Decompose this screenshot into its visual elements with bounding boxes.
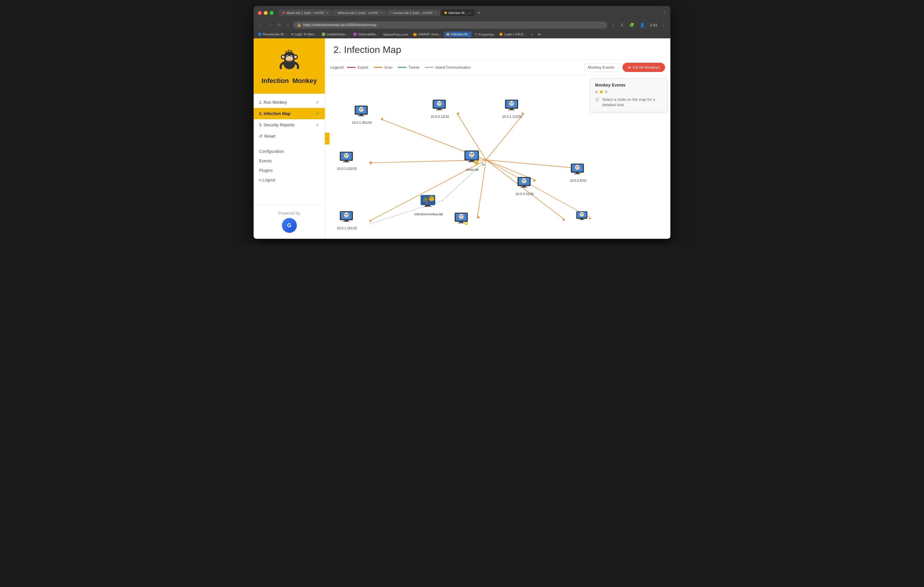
- sidebar-item-logout[interactable]: ⎋ Logout: [254, 175, 325, 185]
- tab-close[interactable]: ✕: [380, 11, 383, 15]
- node-6[interactable]: 10.0.3.9/32: [569, 163, 587, 182]
- dot-2: [600, 90, 603, 94]
- sidebar-item-plugins[interactable]: Plugins: [254, 166, 325, 175]
- extensions-button[interactable]: 🧩: [628, 22, 636, 28]
- node-infectionmonkey-label: infectionmonkey.lab: [414, 212, 443, 216]
- more-bookmarks[interactable]: ≫: [536, 31, 543, 37]
- new-tab-button[interactable]: +: [475, 9, 483, 16]
- bookmarks-bar: 🔵 Roundcube W... ✕ Login To Man... 🟢 csa…: [254, 30, 670, 38]
- bookmark-button[interactable]: ☆: [610, 22, 617, 28]
- cart-icon: 🛒: [595, 97, 600, 102]
- sidebar-item-configuration[interactable]: Configuration: [254, 146, 325, 156]
- wackopicko-bookmark[interactable]: WackoPicko.com: [381, 32, 410, 37]
- profile-button[interactable]: 👤: [638, 22, 646, 28]
- minimize-button[interactable]: [264, 11, 267, 15]
- island-label: Island Communication: [436, 66, 471, 69]
- node-3[interactable]: 10.0.1.112/32: [502, 99, 522, 118]
- node-dvwa[interactable]: ⚙ dvwa.lab: [462, 150, 483, 171]
- svg-point-10: [282, 56, 284, 58]
- exploit-label: Exploit: [358, 66, 368, 69]
- maximize-button[interactable]: [270, 11, 274, 15]
- powered-by-text: Powered by: [259, 211, 319, 215]
- sidebar-item-security-reports[interactable]: 3. Security Reports ✓: [254, 119, 325, 130]
- tab-defense[interactable]: defense.lab:1 (kali) - noVNC ✕: [333, 10, 386, 16]
- menu-button[interactable]: ⋮: [660, 22, 667, 28]
- node-infectionmonkey[interactable]: 🌴 infectionmonkey.lab: [414, 194, 443, 216]
- sidebar-logo: Infection Monkey: [254, 38, 325, 94]
- svg-point-14: [290, 59, 290, 59]
- svg-point-79: [510, 102, 511, 103]
- node-7-label: 10.0.1.101/32: [337, 226, 357, 230]
- traffic-lights: [258, 11, 274, 15]
- svg-point-119: [460, 215, 461, 216]
- svg-point-72: [440, 102, 441, 103]
- caldera-bookmark[interactable]: 🔶 Login | CALD...: [497, 31, 528, 37]
- reset-icon: ↺: [259, 134, 262, 138]
- sidebar: ‹: [254, 38, 325, 239]
- kill-icon: ⊗: [628, 65, 631, 69]
- svg-point-71: [437, 102, 439, 103]
- nav-label-run: 1. Run Monkey: [259, 100, 287, 105]
- download-button[interactable]: ⬇: [619, 22, 625, 28]
- svg-rect-57: [426, 205, 430, 206]
- node-1[interactable]: 10.0.1.261/32: [352, 105, 372, 124]
- close-button[interactable]: [258, 11, 262, 15]
- brand-first: Infection: [262, 77, 289, 84]
- svg-point-8: [291, 56, 292, 56]
- cslab-bookmark[interactable]: 🟢 csalab/dvwa:...: [320, 31, 350, 37]
- sidebar-item-events[interactable]: Events: [254, 156, 325, 166]
- node-2[interactable]: 10.0.3.12/32: [431, 99, 449, 118]
- nav-bar: ← → ↻ ⌂ 🔒 https://infectionmonkey.lab:50…: [254, 20, 670, 30]
- svg-rect-114: [343, 221, 350, 222]
- node-9[interactable]: [575, 210, 590, 223]
- roundcube-bookmark[interactable]: 🔵 Roundcube W...: [256, 31, 288, 37]
- tab-label: monitor.lab:1 (kali) - noVNC: [393, 11, 433, 15]
- tab-close[interactable]: ✕: [326, 11, 328, 15]
- sidebar-collapse-tab[interactable]: ‹: [325, 133, 330, 145]
- node-5[interactable]: 10.0.3.31/32: [516, 176, 534, 196]
- reload-button[interactable]: ↻: [276, 22, 283, 28]
- owasp-bookmark[interactable]: 🍊 OWASP Juice...: [411, 31, 443, 37]
- sidebar-sections: Configuration Events Plugins ⎋ Logout: [254, 146, 325, 185]
- back-button[interactable]: ←: [257, 22, 264, 28]
- purpleops-bookmark[interactable]: 🛡 PurpleOps: [473, 32, 496, 37]
- monkey-events-panel: Monkey Events 🛒 Select a node on the map…: [590, 78, 667, 112]
- svg-rect-98: [520, 187, 527, 187]
- node-7[interactable]: 10.0.1.101/32: [337, 210, 357, 230]
- infection-bookmark[interactable]: 🐵 Infection M...: [444, 31, 472, 37]
- svg-rect-131: [581, 219, 584, 220]
- sidebar-item-run-monkey[interactable]: 1. Run Monkey ✓: [254, 97, 325, 108]
- svg-point-63: [360, 108, 360, 109]
- tab-dot: [444, 12, 447, 14]
- tab-attack[interactable]: attack.lab:1 (kali) - noVNC ✕: [279, 10, 332, 16]
- tab-close[interactable]: ✕: [469, 11, 471, 15]
- brand-second: Monkey: [292, 77, 317, 84]
- kill-all-button[interactable]: ⊗ Kill All Monkeys: [622, 63, 665, 72]
- logintoman-bookmark[interactable]: ✕ Login To Man...: [289, 31, 318, 37]
- node-4[interactable]: 10.0.3.102/32: [337, 151, 357, 170]
- tab-monitor[interactable]: monitor.lab:1 (kali) - noVNC ✕: [387, 10, 440, 16]
- url-text: https://infectionmonkey.lab:5000/infecti…: [303, 23, 376, 27]
- forward-button[interactable]: →: [267, 22, 274, 28]
- vulnerability-bookmark[interactable]: 🟣 Vulnerability...: [351, 31, 380, 37]
- tab-close[interactable]: ✕: [434, 11, 437, 15]
- svg-point-42: [470, 153, 471, 155]
- svg-rect-81: [510, 109, 513, 110]
- sidebar-item-reset[interactable]: ↺ Reset: [254, 130, 325, 142]
- legend-island: Island Communication: [425, 66, 471, 69]
- sidebar-item-infection-map[interactable]: 2. Infection Map ✓: [254, 108, 325, 119]
- address-bar[interactable]: 🔒 https://infectionmonkey.lab:5000/infec…: [293, 21, 607, 28]
- page-header: 2. Infection Map: [325, 38, 670, 60]
- node-8[interactable]: [453, 212, 471, 227]
- tab-label: defense.lab:1 (kali) - noVNC: [338, 11, 379, 15]
- add-bookmark[interactable]: +: [529, 32, 535, 37]
- node-3-label: 10.0.1.112/32: [502, 115, 522, 118]
- tab-infection[interactable]: Infection M... ✕: [441, 10, 475, 16]
- reset-label: Reset: [264, 134, 276, 138]
- home-button[interactable]: ⌂: [285, 22, 290, 28]
- monkey-events-button[interactable]: Monkey Events: [584, 63, 618, 72]
- legend-scan: Scan: [374, 66, 392, 69]
- scan-label: Scan: [384, 66, 392, 69]
- svg-point-95: [522, 179, 523, 181]
- nav-label-map: 2. Infection Map: [259, 111, 290, 116]
